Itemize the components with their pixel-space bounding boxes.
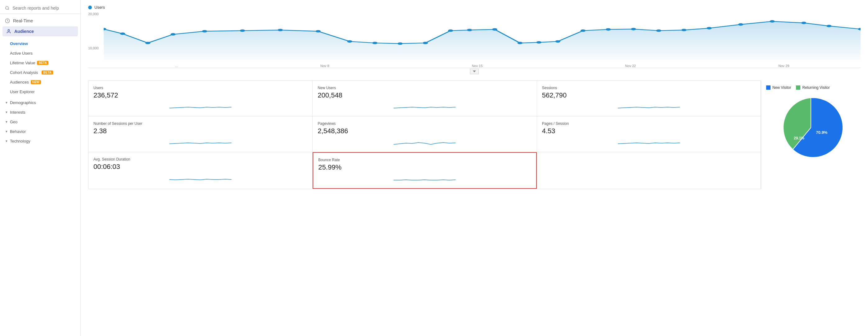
svg-point-29 [770, 20, 775, 23]
main-content: Users 20,000 10,000 [81, 0, 868, 336]
overview-label: Overview [10, 41, 28, 46]
svg-point-12 [347, 40, 352, 42]
metric-label-users: Users [93, 86, 307, 90]
nav-group-behavior[interactable]: ▼ Behavior [0, 127, 81, 136]
chevron-interests-icon: ▼ [5, 111, 8, 114]
metric-card-new-users: New Users 200,548 [313, 81, 536, 116]
sidebar-item-audience[interactable]: Audience [2, 26, 78, 36]
svg-point-26 [681, 29, 686, 31]
chart-controls [88, 69, 861, 74]
metrics-grid: Users 236,572 New Users 200,548 Sessions… [88, 81, 761, 189]
metric-label-pageviews: Pageviews [318, 121, 531, 126]
metric-card-pageviews: Pageviews 2,548,386 [313, 117, 536, 152]
metric-value-users: 236,572 [93, 91, 307, 99]
sidebar: Real-Time Audience Overview Active Users… [0, 0, 81, 336]
svg-point-11 [316, 30, 321, 33]
svg-point-18 [492, 28, 497, 31]
metric-card-avg-session-duration: Avg. Session Duration 00:06:03 [89, 152, 312, 189]
chevron-technology-icon: ▼ [5, 140, 8, 143]
sidebar-item-lifetime-value[interactable]: Lifetime Value BETA [0, 58, 81, 68]
metric-card-sessions: Sessions 562,790 [537, 81, 761, 116]
y-label-mid: 10,000 [88, 46, 104, 50]
sidebar-item-audiences[interactable]: Audiences NEW [0, 77, 81, 87]
chart-svg [104, 12, 861, 61]
metric-card-bounce-rate: Bounce Rate 25.99% [313, 152, 536, 189]
svg-point-20 [536, 41, 541, 43]
users-legend-label: Users [94, 5, 105, 10]
metric-label-pages-per-session: Pages / Session [542, 121, 755, 126]
active-users-label: Active Users [10, 51, 33, 56]
mini-chart-new-users [318, 102, 531, 111]
x-label-nov15: Nov 15 [472, 64, 483, 68]
svg-point-13 [372, 41, 377, 44]
beta-badge-cohort: BETA [41, 70, 53, 74]
svg-point-30 [801, 22, 806, 24]
mini-chart-avg-session-duration [93, 173, 307, 183]
svg-line-1 [8, 9, 9, 10]
svg-point-10 [278, 29, 283, 31]
metric-card-users: Users 236,572 [89, 81, 312, 116]
nav-groups: ▼ Demographics ▼ Interests ▼ Geo ▼ Behav… [0, 98, 81, 146]
pie-svg: 70.9% 29.1% [777, 93, 845, 162]
svg-point-0 [6, 6, 9, 10]
demographics-label: Demographics [10, 100, 36, 105]
x-label-nov22: Nov 22 [625, 64, 636, 68]
svg-point-24 [631, 28, 636, 30]
sidebar-item-active-users[interactable]: Active Users [0, 49, 81, 58]
chevron-geo-icon: ▼ [5, 120, 8, 124]
svg-point-3 [8, 30, 9, 31]
chevron-demographics-icon: ▼ [5, 101, 8, 104]
metric-value-sessions-per-user: 2.38 [93, 127, 307, 135]
metric-card-empty [537, 152, 761, 189]
x-label-nov8: Nov 8 [320, 64, 330, 68]
metric-value-sessions: 562,790 [542, 91, 755, 99]
nav-group-demographics[interactable]: ▼ Demographics [0, 98, 81, 108]
metric-label-avg-session-duration: Avg. Session Duration [93, 157, 307, 161]
svg-point-15 [423, 41, 428, 44]
metric-label-sessions-per-user: Number of Sessions per User [93, 121, 307, 126]
sidebar-item-overview[interactable]: Overview [0, 39, 81, 49]
svg-point-28 [738, 23, 743, 26]
nav-section-top: Real-Time Audience [0, 14, 81, 37]
sidebar-item-realtime[interactable]: Real-Time [0, 15, 81, 26]
search-icon [5, 6, 9, 10]
metric-card-pages-per-session: Pages / Session 4.53 [537, 117, 761, 152]
metric-value-avg-session-duration: 00:06:03 [93, 163, 307, 171]
sidebar-item-cohort-analysis[interactable]: Cohort Analysis BETA [0, 68, 81, 77]
svg-point-8 [202, 30, 207, 33]
pie-legend: New Visitor Returning Visitor [766, 85, 830, 90]
nav-group-technology[interactable]: ▼ Technology [0, 136, 81, 146]
sidebar-item-user-explorer[interactable]: User Explorer [0, 87, 81, 97]
clock-icon [5, 18, 10, 23]
metric-value-pages-per-session: 4.53 [542, 127, 755, 135]
chart-legend: Users [88, 5, 861, 10]
metric-label-new-users: New Users [318, 86, 531, 90]
new-visitor-legend-label: New Visitor [772, 85, 791, 90]
mini-chart-pageviews [318, 138, 531, 147]
metric-value-bounce-rate: 25.99% [318, 163, 531, 172]
nav-group-interests[interactable]: ▼ Interests [0, 108, 81, 117]
search-bar[interactable] [0, 2, 81, 14]
svg-point-16 [448, 30, 453, 32]
cohort-label: Cohort Analysis [10, 70, 38, 75]
line-chart: 20,000 10,000 [88, 12, 861, 68]
chart-expand-button[interactable] [470, 69, 479, 74]
returning-visitor-color-box [796, 85, 800, 90]
mini-chart-bounce-rate [318, 174, 531, 183]
svg-point-23 [606, 28, 611, 31]
behavior-label: Behavior [10, 129, 26, 134]
svg-point-17 [467, 29, 472, 31]
returning-visitor-legend-label: Returning Visitor [802, 85, 830, 90]
metric-card-sessions-per-user: Number of Sessions per User 2.38 [89, 117, 312, 152]
user-explorer-label: User Explorer [10, 89, 34, 94]
nav-group-geo[interactable]: ▼ Geo [0, 117, 81, 127]
search-input[interactable] [12, 6, 75, 10]
new-visitor-pct-label: 70.9% [816, 130, 828, 135]
audiences-label: Audiences [10, 80, 29, 85]
chart-x-labels: ... Nov 8 Nov 15 Nov 22 Nov 29 [104, 64, 861, 68]
svg-point-22 [581, 30, 586, 32]
audience-subnav: Overview Active Users Lifetime Value BET… [0, 37, 81, 98]
svg-point-27 [707, 27, 712, 30]
x-label-start: ... [175, 64, 178, 68]
interests-label: Interests [10, 110, 26, 115]
